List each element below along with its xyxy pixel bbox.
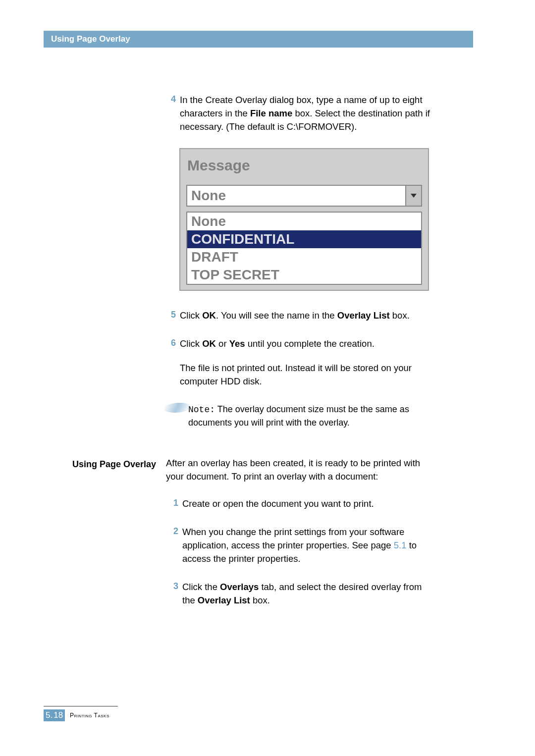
step-text: Create or open the document you want to … xyxy=(182,497,374,510)
step-text: When you change the print settings from … xyxy=(182,525,431,565)
step-6: 6 Click OK or Yes until you complete the… xyxy=(163,337,431,388)
section-header-title: Using Page Overlay xyxy=(44,34,130,44)
step-number: 4 xyxy=(163,93,176,105)
message-options-list[interactable]: None CONFIDENTIAL DRAFT TOP SECRET xyxy=(186,212,422,285)
step-number: 6 xyxy=(163,337,176,349)
step-text: Click OK. You will see the name in the O… xyxy=(180,309,410,322)
step-number: 3 xyxy=(166,580,178,592)
step-text: Click the Overlays tab, and select the d… xyxy=(182,580,431,607)
step-number: 2 xyxy=(166,525,178,537)
note-label: Note: xyxy=(188,405,215,415)
subsection-title: Using Page Overlay xyxy=(62,459,156,470)
message-select-value: None xyxy=(187,186,405,206)
step-number: 1 xyxy=(166,497,178,509)
note-block: Note: The overlay document size must be … xyxy=(163,403,431,429)
step-b2: 2 When you change the print settings fro… xyxy=(166,525,431,565)
section-intro: After an overlay has been created, it is… xyxy=(166,456,431,483)
step-b1: 1 Create or open the document you want t… xyxy=(166,497,431,510)
message-select[interactable]: None xyxy=(186,185,422,207)
list-item[interactable]: TOP SECRET xyxy=(187,266,421,284)
step-text: In the Create Overlay dialog box, type a… xyxy=(180,93,431,133)
chevron-down-icon[interactable] xyxy=(405,186,421,206)
step-text: Click OK or Yes until you complete the c… xyxy=(180,337,431,388)
list-item[interactable]: CONFIDENTIAL xyxy=(187,230,421,248)
list-item[interactable]: DRAFT xyxy=(187,248,421,266)
page-footer: 5.18 Printing Tasks xyxy=(44,706,118,721)
page-number-badge: 5.18 xyxy=(44,709,65,721)
step-number: 5 xyxy=(163,309,176,321)
page-reference-link[interactable]: 5.1 xyxy=(394,540,407,550)
list-item[interactable]: None xyxy=(187,213,421,230)
section-header-bar: Using Page Overlay xyxy=(44,31,473,48)
step-4: 4 In the Create Overlay dialog box, type… xyxy=(163,93,431,133)
message-dropdown-screenshot: Message None None CONFIDENTIAL DRAFT TOP… xyxy=(179,148,429,291)
step-b3: 3 Click the Overlays tab, and select the… xyxy=(166,580,431,607)
group-label: Message xyxy=(187,157,250,173)
step-5: 5 Click OK. You will see the name in the… xyxy=(163,309,431,322)
footer-chapter-label: Printing Tasks xyxy=(70,712,109,719)
